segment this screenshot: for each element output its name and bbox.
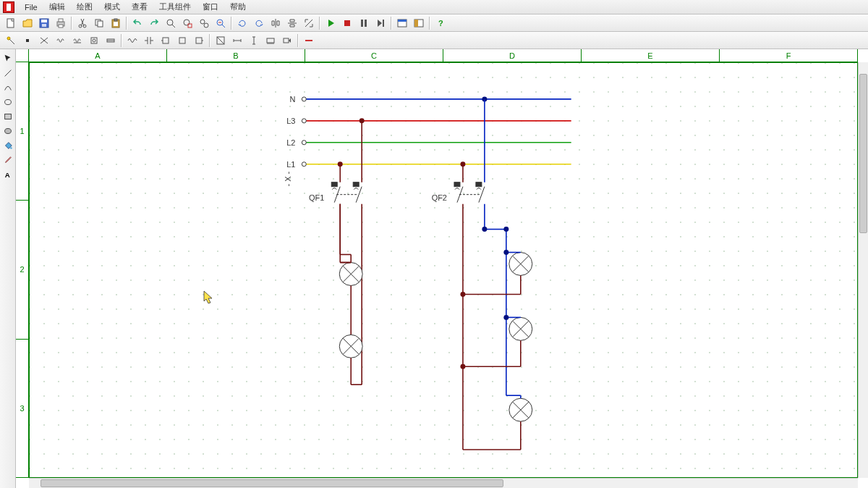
- copy-button[interactable]: [91, 16, 107, 30]
- run-button[interactable]: [323, 16, 339, 30]
- svg-rect-2: [41, 20, 47, 22]
- menu-help[interactable]: 帮助: [224, 0, 252, 14]
- line-tool-button[interactable]: [301, 33, 317, 48]
- coil2-button[interactable]: [69, 33, 85, 48]
- zoom-extents-button[interactable]: [196, 16, 212, 30]
- panel-toggle-button[interactable]: [411, 16, 427, 30]
- scrollbar-thumb[interactable]: [41, 479, 503, 487]
- menu-file[interactable]: File: [19, 1, 43, 13]
- svg-rect-39: [284, 38, 289, 43]
- node-button[interactable]: [20, 33, 35, 48]
- row-ruler: 1 2 3: [16, 62, 29, 478]
- relay-button[interactable]: [86, 33, 102, 48]
- branch-qf2[interactable]: QF2: [432, 96, 532, 450]
- menu-mode[interactable]: 模式: [98, 0, 126, 14]
- find-button[interactable]: [213, 16, 229, 30]
- row-header: 2: [16, 201, 28, 339]
- window-toggle-button[interactable]: [394, 16, 410, 30]
- rotate-ccw-button[interactable]: [251, 16, 267, 30]
- svg-rect-3: [42, 24, 46, 27]
- svg-rect-13: [114, 22, 118, 26]
- toolbar-separator: [429, 17, 430, 30]
- menu-draw[interactable]: 绘图: [71, 0, 98, 14]
- svg-rect-0: [7, 19, 14, 28]
- dim-horiz-button[interactable]: [229, 33, 245, 48]
- svg-text:?: ?: [438, 19, 443, 28]
- curve-tool[interactable]: [1, 81, 14, 94]
- main-toolbar: ?: [0, 14, 868, 32]
- zoom-window-button[interactable]: [179, 16, 195, 30]
- mirror-h-button[interactable]: [268, 16, 284, 30]
- capacitor-button[interactable]: [141, 33, 157, 48]
- vertical-scrollbar[interactable]: [858, 62, 868, 478]
- sq-center-button[interactable]: [174, 33, 190, 48]
- svg-point-15: [184, 20, 190, 25]
- polygon-tool[interactable]: [1, 125, 14, 138]
- paint-bucket-tool[interactable]: [1, 139, 14, 152]
- svg-point-51: [302, 140, 306, 145]
- svg-rect-20: [344, 20, 350, 26]
- ground-button[interactable]: [36, 33, 52, 48]
- dimension-button[interactable]: [213, 33, 229, 48]
- paste-button[interactable]: [108, 16, 124, 30]
- rotate-cw-button[interactable]: [234, 16, 250, 30]
- text-tool[interactable]: A: [1, 168, 14, 181]
- label-l2: L2: [286, 138, 295, 147]
- step-button[interactable]: [373, 16, 388, 30]
- menu-view[interactable]: 查看: [126, 0, 153, 14]
- svg-text:A: A: [4, 171, 9, 179]
- toolbar-separator: [231, 17, 232, 30]
- box-dim-button[interactable]: [263, 33, 278, 48]
- svg-point-17: [200, 20, 205, 24]
- row-header: 1: [16, 62, 28, 201]
- open-file-button[interactable]: [20, 16, 35, 30]
- circle-tool[interactable]: [1, 96, 14, 109]
- dropper-tool[interactable]: [1, 153, 14, 167]
- scale-button[interactable]: [301, 16, 317, 30]
- horizontal-scrollbar[interactable]: [29, 478, 858, 488]
- redo-button[interactable]: [146, 16, 162, 30]
- svg-rect-10: [98, 21, 103, 27]
- svg-rect-21: [361, 20, 363, 27]
- svg-point-98: [503, 250, 509, 255]
- scrollbar-thumb[interactable]: [859, 74, 867, 233]
- cut-button[interactable]: [75, 16, 90, 30]
- sq-left-button[interactable]: [158, 33, 174, 48]
- schematic[interactable]: N L3 L2 L1 - X -: [30, 63, 857, 478]
- waveform-button[interactable]: [124, 33, 140, 48]
- label-l1: L1: [286, 160, 295, 169]
- drawing-sheet[interactable]: N L3 L2 L1 - X -: [29, 62, 858, 478]
- undo-button[interactable]: [129, 16, 145, 30]
- print-button[interactable]: [53, 16, 69, 30]
- line-tool[interactable]: [1, 67, 14, 80]
- pause-button[interactable]: [356, 16, 372, 30]
- probe-button[interactable]: [3, 33, 19, 48]
- coil1-button[interactable]: [53, 33, 69, 48]
- component-toolbar: [0, 32, 868, 49]
- dim-vert-button[interactable]: [246, 33, 262, 48]
- menu-window[interactable]: 窗口: [197, 0, 224, 14]
- svg-point-92: [503, 227, 509, 232]
- menu-edit[interactable]: 编辑: [43, 0, 71, 14]
- zoom-button[interactable]: [163, 16, 179, 30]
- svg-point-32: [93, 39, 95, 42]
- stop-button[interactable]: [339, 16, 355, 30]
- svg-point-97: [460, 292, 465, 297]
- svg-point-42: [4, 129, 11, 134]
- mirror-v-button[interactable]: [284, 16, 300, 30]
- help-button[interactable]: ?: [433, 16, 448, 30]
- svg-point-104: [503, 315, 509, 320]
- canvas-area: A B C D E F 1 2 3: [16, 49, 868, 488]
- branch-qf1[interactable]: QF1: [309, 118, 365, 384]
- save-button[interactable]: [36, 16, 52, 30]
- select-tool[interactable]: [1, 52, 14, 65]
- new-file-button[interactable]: [3, 16, 19, 30]
- label-l3: L3: [286, 117, 295, 125]
- svg-rect-85: [476, 182, 482, 187]
- label-button[interactable]: [279, 33, 295, 48]
- menu-tools[interactable]: 工具组件: [153, 0, 197, 14]
- rect-tool[interactable]: [1, 110, 14, 123]
- toolbar-separator: [209, 34, 210, 47]
- sq-right-button[interactable]: [191, 33, 207, 48]
- fuse-button[interactable]: [103, 33, 119, 48]
